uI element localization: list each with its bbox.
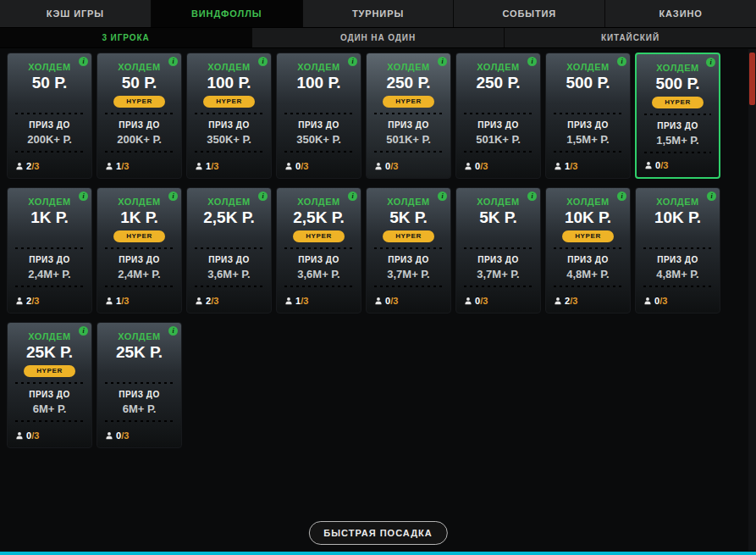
windfall-card[interactable]: ХОЛДЕМ i 250 Р. ПРИЗ ДО 501K+ Р. 0/3 — [455, 53, 541, 179]
card-game-label: ХОЛДЕМ — [207, 62, 250, 72]
card-game-label: ХОЛДЕМ — [566, 197, 609, 207]
card-game-label: ХОЛДЕМ — [118, 197, 160, 207]
windfall-card[interactable]: ХОЛДЕМ i 500 Р. ПРИЗ ДО 1,5M+ Р. 1/3 — [545, 53, 631, 179]
badge-slot: HYPER — [546, 230, 630, 242]
player-icon — [15, 431, 24, 440]
card-header: ХОЛДЕМ i — [97, 323, 181, 341]
badge-slot — [546, 96, 630, 108]
windfall-card[interactable]: ХОЛДЕМ i 10K Р. HYPER ПРИЗ ДО 4,8M+ Р. 2… — [545, 187, 631, 314]
info-icon[interactable]: i — [258, 57, 268, 66]
top-tab-casino[interactable]: КАЗИНО — [605, 0, 756, 27]
card-buyin: 50 Р. — [97, 74, 181, 94]
card-header: ХОЛДЕМ i — [187, 53, 271, 72]
info-icon[interactable]: i — [527, 57, 537, 66]
top-tab-events[interactable]: СОБЫТИЯ — [454, 0, 605, 27]
card-buyin: 50 Р. — [8, 74, 91, 94]
hyper-badge: HYPER — [652, 97, 704, 108]
info-icon[interactable]: i — [168, 326, 178, 336]
player-icon — [374, 162, 383, 170]
card-prize-label: ПРИЗ ДО — [546, 120, 630, 130]
hyper-badge: HYPER — [113, 96, 165, 108]
windfall-card[interactable]: ХОЛДЕМ i 5K Р. HYPER ПРИЗ ДО 3,7M+ Р. 0/… — [366, 187, 451, 314]
sub-tab-chinese[interactable]: КИТАЙСКИЙ — [505, 28, 756, 47]
info-icon[interactable]: i — [527, 191, 537, 201]
card-prize-value: 3,7M+ Р. — [367, 268, 450, 280]
players-max: /3 — [31, 161, 39, 171]
card-game-label: ХОЛДЕМ — [297, 62, 339, 72]
info-icon[interactable]: i — [258, 191, 268, 201]
card-prize-label: ПРИЗ ДО — [367, 120, 450, 130]
card-prize-value: 1,5M+ Р. — [546, 133, 630, 146]
card-prize-value: 350K+ Р. — [187, 133, 271, 146]
windfall-card[interactable]: ХОЛДЕМ i 1K Р. HYPER ПРИЗ ДО 2,4M+ Р. 1/… — [97, 187, 182, 314]
dotted-divider — [464, 286, 533, 287]
dotted-divider — [374, 151, 443, 153]
windfall-card[interactable]: ХОЛДЕМ i 25K Р. HYPER ПРИЗ ДО 6M+ Р. 0/3 — [7, 322, 92, 448]
badge-slot: HYPER — [187, 96, 271, 108]
info-icon[interactable]: i — [706, 58, 715, 67]
card-prize-label: ПРИЗ ДО — [456, 255, 540, 264]
windfall-card[interactable]: ХОЛДЕМ i 2,5K Р. HYPER ПРИЗ ДО 3,6M+ Р. … — [276, 187, 361, 314]
info-icon[interactable]: i — [438, 191, 447, 201]
players-max: /3 — [121, 161, 129, 171]
badge-slot — [8, 230, 91, 242]
card-game-label: ХОЛДЕМ — [387, 62, 429, 72]
top-tab-tournaments[interactable]: ТУРНИРЫ — [303, 0, 455, 27]
windfall-card[interactable]: ХОЛДЕМ i 50 Р. HYPER ПРИЗ ДО 200K+ Р. 1/… — [97, 53, 182, 179]
top-tab-bar: КЭШ ИГРЫВИНДФОЛЛЫТУРНИРЫСОБЫТИЯКАЗИНО — [0, 0, 756, 28]
windfall-card[interactable]: ХОЛДЕМ i 50 Р. ПРИЗ ДО 200K+ Р. 2/3 — [7, 53, 92, 179]
card-prize-label: ПРИЗ ДО — [97, 120, 181, 130]
windfall-card[interactable]: ХОЛДЕМ i 2,5K Р. ПРИЗ ДО 3,6M+ Р. 2/3 — [186, 187, 272, 314]
windfall-card[interactable]: ХОЛДЕМ i 100 Р. ПРИЗ ДО 350K+ Р. 0/3 — [276, 53, 361, 179]
top-tab-windfalls[interactable]: ВИНДФОЛЛЫ — [152, 0, 303, 27]
info-icon[interactable]: i — [348, 191, 357, 201]
info-icon[interactable]: i — [168, 57, 178, 66]
windfall-card[interactable]: ХОЛДЕМ i 500 Р. HYPER ПРИЗ ДО 1,5M+ Р. 0… — [635, 53, 720, 179]
info-icon[interactable]: i — [707, 191, 716, 201]
badge-slot — [456, 96, 540, 108]
card-header: ХОЛДЕМ i — [546, 53, 630, 72]
card-prize-label: ПРИЗ ДО — [8, 390, 91, 399]
windfall-card[interactable]: ХОЛДЕМ i 100 Р. HYPER ПРИЗ ДО 350K+ Р. 1… — [186, 53, 272, 179]
top-tab-cash-games[interactable]: КЭШ ИГРЫ — [0, 0, 152, 27]
sub-tab-3-players[interactable]: 3 ИГРОКА — [0, 28, 252, 47]
info-icon[interactable]: i — [617, 57, 626, 66]
card-header: ХОЛДЕМ i — [97, 53, 181, 72]
card-prize-value: 6M+ Р. — [8, 402, 91, 415]
card-players: 0/3 — [456, 296, 540, 313]
dotted-divider — [643, 286, 712, 287]
scrollbar[interactable] — [748, 49, 756, 551]
info-icon[interactable]: i — [438, 57, 447, 66]
card-header: ХОЛДЕМ i — [367, 53, 450, 72]
card-prize-value: 4,8M+ Р. — [636, 268, 720, 280]
card-game-label: ХОЛДЕМ — [28, 62, 70, 72]
card-players: 1/3 — [97, 296, 181, 313]
windfall-card[interactable]: ХОЛДЕМ i 5K Р. ПРИЗ ДО 3,7M+ Р. 0/3 — [455, 187, 541, 314]
card-buyin: 250 Р. — [367, 74, 450, 94]
windfall-card[interactable]: ХОЛДЕМ i 1K Р. ПРИЗ ДО 2,4M+ Р. 2/3 — [7, 187, 92, 314]
card-prize-value: 200K+ Р. — [97, 133, 181, 146]
info-icon[interactable]: i — [617, 191, 626, 201]
sub-tab-bar: 3 ИГРОКАОДИН НА ОДИНКИТАЙСКИЙ — [0, 28, 756, 48]
windfall-card[interactable]: ХОЛДЕМ i 250 Р. HYPER ПРИЗ ДО 501K+ Р. 0… — [366, 53, 451, 179]
card-header: ХОЛДЕМ i — [456, 188, 540, 207]
poker-lobby-window: КЭШ ИГРЫВИНДФОЛЛЫТУРНИРЫСОБЫТИЯКАЗИНО 3 … — [0, 0, 756, 555]
sub-tab-heads-up[interactable]: ОДИН НА ОДИН — [252, 28, 505, 47]
players-max: /3 — [570, 296, 577, 306]
dotted-divider — [374, 247, 443, 249]
info-icon[interactable]: i — [79, 326, 88, 336]
badge-slot — [8, 96, 91, 108]
dotted-divider — [105, 420, 174, 422]
player-icon — [105, 431, 113, 440]
info-icon[interactable]: i — [168, 191, 178, 201]
info-icon[interactable]: i — [79, 57, 88, 66]
dotted-divider — [464, 113, 533, 114]
info-icon[interactable]: i — [79, 191, 88, 201]
card-prize-value: 501K+ Р. — [367, 133, 450, 146]
card-prize-label: ПРИЗ ДО — [637, 121, 719, 130]
info-icon[interactable]: i — [348, 57, 357, 66]
quick-seat-button[interactable]: БЫСТРАЯ ПОСАДКА — [308, 521, 447, 545]
scrollbar-thumb[interactable] — [749, 53, 755, 105]
windfall-card[interactable]: ХОЛДЕМ i 10K Р. ПРИЗ ДО 4,8M+ Р. 0/3 — [635, 187, 720, 314]
windfall-card[interactable]: ХОЛДЕМ i 25K Р. ПРИЗ ДО 6M+ Р. 0/3 — [97, 322, 182, 448]
